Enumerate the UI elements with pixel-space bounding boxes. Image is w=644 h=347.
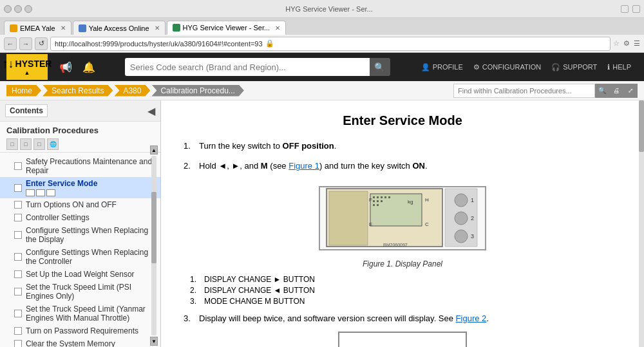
sidebar-label-6: Configure Settings When Replacing the Co… [26, 248, 154, 266]
speaker-icon[interactable]: 📢 [59, 61, 72, 73]
sidebar-tool-3[interactable]: □ [33, 138, 45, 150]
sidebar-tool-4[interactable]: 🌐 [47, 138, 59, 150]
tab-close-1[interactable]: ✕ [61, 24, 66, 32]
sidebar-checkbox-4 [14, 214, 22, 221]
tab-yale-axcess[interactable]: Yale Axcess Online ✕ [73, 21, 166, 35]
hyster-logo: ↑↓ HYSTER ▲ [6, 54, 48, 80]
sidebar-item-password[interactable]: Turn on Password Requirements [0, 324, 160, 337]
settings-icon[interactable]: ⚙ [623, 39, 630, 48]
svg-rect-11 [373, 204, 375, 206]
minimize-btn[interactable] [14, 5, 22, 13]
figure1-link[interactable]: Figure 1 [289, 161, 319, 171]
forward-button[interactable]: → [19, 37, 32, 50]
expand-button[interactable]: ⤢ [623, 84, 638, 98]
star-icon[interactable]: ☆ [613, 39, 620, 48]
tab-emea-yale[interactable]: EMEA Yale ✕ [4, 21, 71, 35]
fullscreen-icon[interactable] [632, 5, 640, 13]
step-2-num: 2. [184, 160, 194, 173]
panel-num-3: 3. [190, 297, 200, 306]
bell-icon[interactable]: 🔔 [82, 61, 95, 73]
sidebar-list: Safety Precautions Maintenance and Repai… [0, 153, 160, 347]
sidebar-collapse-button[interactable]: ◀ [147, 105, 155, 117]
page-search-input[interactable] [453, 84, 595, 98]
tab-close-2[interactable]: ✕ [155, 24, 160, 32]
sidebar-item-service-mode[interactable]: Enter Service Mode [0, 177, 160, 198]
svg-rect-5 [381, 196, 383, 198]
sidebar-item-safety[interactable]: Safety Precautions Maintenance and Repai… [0, 155, 160, 177]
refresh-button[interactable]: ↺ [35, 37, 48, 50]
series-search-input[interactable] [125, 58, 370, 76]
restore-icon[interactable] [621, 5, 629, 13]
sidebar-scroll-up[interactable]: ▲ [150, 145, 158, 155]
breadcrumb-home[interactable]: Home [6, 85, 41, 97]
panel-text-2: DISPLAY CHANGE ◄ BUTTON [204, 286, 315, 295]
help-label: HELP [612, 63, 631, 71]
svg-rect-1 [329, 191, 368, 245]
sidebar-label-2: Enter Service Mode [26, 179, 97, 188]
svg-text:BM2060097: BM2060097 [383, 243, 408, 247]
svg-rect-4 [377, 196, 379, 198]
app-header: ↑↓ HYSTER ▲ 📢 🔔 🔍 👤 PROFILE ⚙ CONFIGURAT… [0, 53, 644, 81]
sidebar-tool-1[interactable]: □ [6, 138, 18, 150]
display-panel-svg: kg F E H C 1 2 3 [325, 187, 480, 249]
content-title: Enter Service Mode [180, 113, 625, 128]
step-1-num: 1. [184, 140, 194, 153]
svg-point-21 [455, 230, 468, 243]
tab-favicon-3 [173, 24, 180, 32]
tab-close-3[interactable]: ✕ [275, 24, 280, 32]
help-link[interactable]: ℹ HELP [607, 63, 631, 71]
sidebar-checkbox-11 [14, 340, 22, 347]
panel-button-list: 1. DISPLAY CHANGE ► BUTTON 2. DISPLAY CH… [190, 275, 621, 306]
browser-toolbar: ☆ ⚙ ☰ [613, 39, 640, 48]
sidebar-scroll-down[interactable]: ▼ [150, 337, 158, 346]
step-2-m: M [261, 161, 268, 171]
sidebar-item-load-weight[interactable]: Set Up the Load Weight Sensor [0, 268, 160, 281]
sidebar-item-options[interactable]: Turn Options ON and OFF [0, 198, 160, 211]
logo-text: HYSTER [15, 59, 52, 68]
sidebar-doc-icon-3 [46, 189, 55, 196]
maximize-btn[interactable] [24, 5, 32, 13]
tab-favicon-1 [10, 24, 17, 32]
back-button[interactable]: ← [4, 37, 17, 50]
figure2-image [338, 332, 467, 347]
menu-icon[interactable]: ☰ [634, 39, 640, 48]
sidebar-scrollbar: ▲ ▼ [150, 145, 158, 346]
url-text: http://localhost:9999/products/hyster/uk… [55, 40, 263, 48]
profile-link[interactable]: 👤 PROFILE [421, 63, 463, 71]
step-1: 1. Turn the key switch to OFF position. [184, 140, 621, 153]
sidebar-item-clear-memory[interactable]: Clear the System Memory [0, 337, 160, 347]
svg-text:C: C [425, 221, 429, 227]
print-button[interactable]: 🖨 [609, 84, 623, 98]
sidebar-item-speed-yanmar[interactable]: Set the Truck Speed Limit (Yanmar Engine… [0, 303, 160, 324]
configuration-link[interactable]: ⚙ CONFIGURATION [473, 63, 541, 71]
tab-hyg-service[interactable]: HYG Service Viewer - Ser... ✕ [167, 21, 287, 35]
breadcrumb-a380[interactable]: A380 [114, 85, 150, 97]
sidebar-label-9: Set the Truck Speed Limit (Yanmar Engine… [26, 305, 154, 323]
url-box[interactable]: http://localhost:9999/products/hyster/uk… [50, 37, 611, 51]
sidebar-tool-2[interactable]: □ [20, 138, 32, 150]
sidebar-scroll-thumb[interactable] [151, 192, 156, 264]
breadcrumb-search-results[interactable]: Search Results [43, 85, 113, 97]
sidebar-label-10: Turn on Password Requirements [26, 326, 138, 335]
panel-item-2: 2. DISPLAY CHANGE ◄ BUTTON [190, 286, 621, 295]
search-button[interactable]: 🔍 [370, 58, 390, 76]
sidebar-item-speed-psi[interactable]: Set the Truck Speed Limit (PSI Engines O… [0, 281, 160, 303]
close-btn[interactable] [4, 5, 12, 13]
step-3: 3. Display will beep twice, and software… [184, 312, 621, 326]
breadcrumb-calibration[interactable]: Calibration Procedu... [151, 85, 243, 97]
support-link[interactable]: 🎧 SUPPORT [551, 63, 597, 71]
sidebar-item-configure-display[interactable]: Configure Settings When Replacing the Di… [0, 224, 160, 246]
sidebar-item-configure-controller[interactable]: Configure Settings When Replacing the Co… [0, 246, 160, 268]
support-icon: 🎧 [551, 63, 560, 71]
support-label: SUPPORT [563, 63, 597, 71]
content-scroll-thumb[interactable] [639, 100, 644, 152]
sidebar-toolbar: □ □ □ 🌐 [0, 136, 160, 153]
tab-label-2: Yale Axcess Online [89, 24, 149, 32]
sidebar-checkbox-10 [14, 327, 22, 335]
page-search-button[interactable]: 🔍 [595, 84, 609, 98]
content-scrollbar [639, 100, 644, 347]
sidebar-item-controller[interactable]: Controller Settings [0, 211, 160, 224]
contents-tab[interactable]: Contents [5, 104, 48, 117]
figure2-link[interactable]: Figure 2 [456, 314, 487, 323]
step-2-text: Hold ◄, ►, and M (see Figure 1) and turn… [199, 160, 621, 173]
